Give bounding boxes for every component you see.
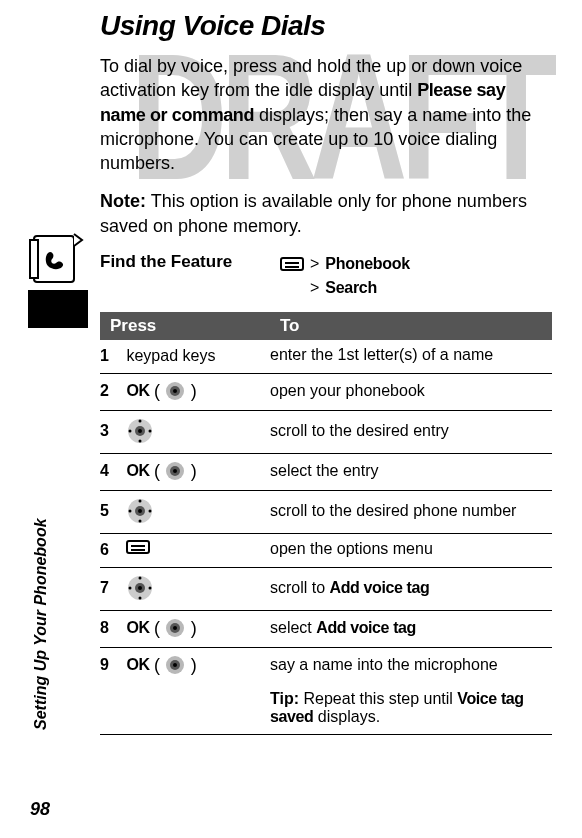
table-row: 5 scroll to the desired phone number <box>100 490 552 533</box>
nav-search: Search <box>325 276 377 300</box>
svg-rect-1 <box>30 240 38 278</box>
svg-point-7 <box>138 429 142 433</box>
table-row: 2 OK ( ) open your phonebook <box>100 373 552 410</box>
center-key-icon <box>164 460 186 482</box>
svg-point-34 <box>173 663 177 667</box>
svg-point-31 <box>173 626 177 630</box>
svg-point-24 <box>138 586 142 590</box>
table-row: 3 scroll to the desired entry <box>100 410 552 453</box>
phone-book-icon <box>28 232 84 288</box>
table-row: 6 open the options menu <box>100 533 552 567</box>
to-text: scroll to the desired phone number <box>270 490 552 533</box>
svg-point-4 <box>173 389 177 393</box>
table-row: 7 scroll to Add voice tag <box>100 567 552 610</box>
svg-point-26 <box>139 596 142 599</box>
nav-phonebook: Phonebook <box>325 252 409 276</box>
step-number: 4 <box>100 462 122 480</box>
to-text: select the entry <box>270 453 552 490</box>
intro-paragraph: To dial by voice, press and hold the up … <box>100 54 552 175</box>
find-feature-row: Find the Feature > Phonebook > Search <box>100 252 552 300</box>
table-row-tip: Tip: Repeat this step until Voice tag sa… <box>100 684 552 735</box>
nav-key-icon <box>126 417 154 445</box>
ok-label: OK <box>126 382 149 399</box>
center-key-icon <box>164 380 186 402</box>
feature-nav: > Phonebook > Search <box>280 252 410 300</box>
svg-rect-0 <box>34 236 74 282</box>
col-press: Press <box>100 312 270 340</box>
svg-point-21 <box>149 509 152 512</box>
step-number: 5 <box>100 502 122 520</box>
ok-label: OK <box>126 656 149 673</box>
svg-point-19 <box>139 519 142 522</box>
note-paragraph: Note: This option is available only for … <box>100 189 552 238</box>
manual-page: DRAFT Setting Up Your Phonebook 98 Using… <box>0 0 582 838</box>
menu-key-icon <box>280 257 304 271</box>
nav-key-icon <box>126 497 154 525</box>
step-number: 6 <box>100 541 122 559</box>
section-side-label: Setting Up Your Phonebook <box>32 518 50 730</box>
menu-key-icon <box>126 540 150 554</box>
svg-point-18 <box>139 499 142 502</box>
center-key-icon <box>164 617 186 639</box>
step-number: 7 <box>100 579 122 597</box>
step-number: 9 <box>100 656 122 674</box>
nav-key-icon <box>126 574 154 602</box>
step-number: 1 <box>100 347 122 365</box>
to-text: select Add voice tag <box>270 610 552 647</box>
to-text: scroll to Add voice tag <box>270 567 552 610</box>
to-text: open your phonebook <box>270 373 552 410</box>
press-keypad: keypad keys <box>126 347 215 364</box>
steps-table: Press To 1 keypad keys enter the 1st let… <box>100 312 552 735</box>
svg-point-27 <box>129 586 132 589</box>
page-title: Using Voice Dials <box>100 10 552 42</box>
nav-gt-1: > <box>310 252 319 276</box>
tip-text: Tip: Repeat this step until Voice tag sa… <box>270 684 552 735</box>
step-number: 2 <box>100 382 122 400</box>
to-text: scroll to the desired entry <box>270 410 552 453</box>
side-black-tab <box>28 290 88 328</box>
center-key-icon <box>164 654 186 676</box>
table-row: 4 OK ( ) select the entry <box>100 453 552 490</box>
to-text: enter the 1st letter(s) of a name <box>270 340 552 373</box>
find-feature-label: Find the Feature <box>100 252 280 272</box>
svg-point-8 <box>139 419 142 422</box>
table-row: 9 OK ( ) say a name into the microphone <box>100 647 552 684</box>
to-text: say a name into the microphone <box>270 647 552 684</box>
svg-point-14 <box>173 469 177 473</box>
ok-label: OK <box>126 462 149 479</box>
note-label: Note: <box>100 191 146 211</box>
svg-point-28 <box>149 586 152 589</box>
svg-point-11 <box>149 429 152 432</box>
note-text: This option is available only for phone … <box>100 191 527 235</box>
ok-label: OK <box>126 619 149 636</box>
svg-point-10 <box>129 429 132 432</box>
svg-point-20 <box>129 509 132 512</box>
to-text: open the options menu <box>270 533 552 567</box>
svg-point-25 <box>139 576 142 579</box>
svg-point-17 <box>138 509 142 513</box>
table-row: 8 OK ( ) select Add voice tag <box>100 610 552 647</box>
step-number: 3 <box>100 422 122 440</box>
svg-point-9 <box>139 439 142 442</box>
step-number: 8 <box>100 619 122 637</box>
nav-gt-2: > <box>310 276 319 300</box>
page-number: 98 <box>30 799 50 820</box>
col-to: To <box>270 312 552 340</box>
table-row: 1 keypad keys enter the 1st letter(s) of… <box>100 340 552 373</box>
